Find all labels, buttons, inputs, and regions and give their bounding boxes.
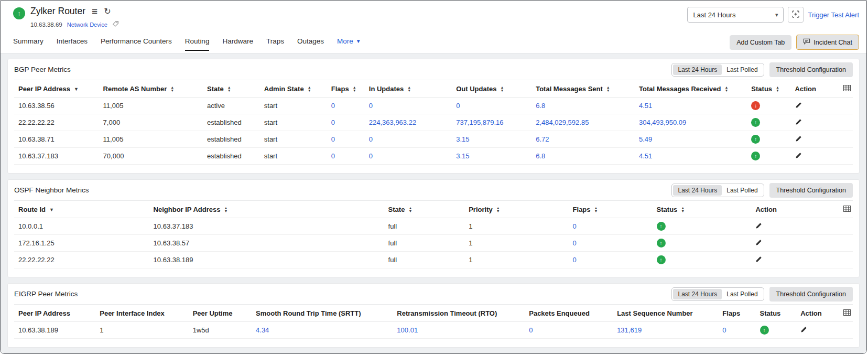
add-custom-tab-button[interactable]: Add Custom Tab bbox=[730, 35, 791, 50]
column-header[interactable]: Admin State▲▼ bbox=[260, 80, 327, 98]
action-cell[interactable] bbox=[751, 235, 832, 252]
sort-icon[interactable]: ▲▼ bbox=[606, 86, 610, 92]
toggle-last-polled[interactable]: Last Polled bbox=[722, 185, 762, 196]
column-header[interactable]: Action bbox=[791, 80, 833, 98]
column-header[interactable]: Peer IP Address▼ bbox=[14, 80, 99, 98]
metric-value-link[interactable]: 6.8 bbox=[531, 98, 635, 114]
sort-desc-icon[interactable]: ▼ bbox=[74, 87, 79, 92]
incident-chat-button[interactable]: Incident Chat bbox=[796, 35, 859, 50]
sort-icon[interactable]: ▲▼ bbox=[224, 207, 227, 213]
sort-icon[interactable]: ▲▼ bbox=[496, 207, 500, 213]
tag-icon[interactable] bbox=[112, 20, 119, 29]
metric-value-link[interactable]: 0 bbox=[569, 218, 653, 235]
column-chooser-icon[interactable] bbox=[833, 80, 853, 98]
column-header[interactable]: Status▲▼ bbox=[747, 80, 790, 98]
hamburger-menu-icon[interactable]: ≡ bbox=[92, 6, 97, 16]
edit-icon[interactable] bbox=[800, 326, 807, 333]
column-header[interactable]: Last Sequence Number bbox=[613, 305, 718, 322]
column-header[interactable]: Status▲▼ bbox=[653, 201, 752, 218]
column-header[interactable]: Retransmission Timeout (RTO) bbox=[393, 305, 525, 322]
column-header[interactable]: Total Messages Sent▲▼ bbox=[531, 80, 635, 98]
metric-value-link[interactable]: 4.51 bbox=[635, 148, 747, 165]
metric-value-link[interactable]: 0 bbox=[327, 98, 365, 114]
metric-value-link[interactable]: 100.01 bbox=[393, 322, 525, 339]
refresh-icon[interactable]: ↻ bbox=[104, 7, 111, 16]
metric-value-link[interactable]: 0 bbox=[718, 322, 755, 339]
metric-value-link[interactable]: 0 bbox=[525, 322, 613, 339]
metric-value-link[interactable]: 0 bbox=[327, 148, 365, 165]
tab-hardware[interactable]: Hardware bbox=[222, 37, 253, 51]
column-header[interactable]: Action bbox=[751, 201, 832, 218]
metric-value-link[interactable]: 0 bbox=[327, 114, 365, 131]
column-header[interactable]: Packets Enqueued bbox=[525, 305, 613, 322]
action-cell[interactable] bbox=[751, 252, 832, 268]
action-cell[interactable] bbox=[751, 218, 832, 235]
metric-value-link[interactable]: 4.34 bbox=[252, 322, 393, 339]
threshold-configuration-button[interactable]: Threshold Configuration bbox=[769, 183, 853, 198]
edit-icon[interactable] bbox=[795, 152, 802, 159]
tab-interfaces[interactable]: Interfaces bbox=[57, 37, 88, 51]
toggle-last-24-hours[interactable]: Last 24 Hours bbox=[673, 185, 722, 196]
column-header[interactable]: Route Id▼ bbox=[14, 201, 149, 218]
sort-icon[interactable]: ▲▼ bbox=[227, 86, 231, 92]
capture-test-button[interactable] bbox=[788, 7, 804, 23]
edit-icon[interactable] bbox=[755, 222, 762, 229]
sort-icon[interactable]: ▲▼ bbox=[408, 207, 412, 213]
sort-icon[interactable]: ▲▼ bbox=[776, 86, 779, 92]
edit-icon[interactable] bbox=[755, 256, 762, 263]
time-range-select[interactable]: Last 24 Hours ▾ bbox=[687, 7, 784, 23]
column-header[interactable]: State▲▼ bbox=[203, 80, 260, 98]
column-header[interactable]: Peer Interface Index bbox=[95, 305, 188, 322]
column-header[interactable]: Flaps▲▼ bbox=[327, 80, 365, 98]
sort-icon[interactable]: ▲▼ bbox=[308, 86, 311, 92]
metric-value-link[interactable]: 3.15 bbox=[452, 148, 531, 165]
column-header[interactable]: Peer IP Address bbox=[14, 305, 95, 322]
metric-value-link[interactable]: 0 bbox=[327, 131, 365, 148]
action-cell[interactable] bbox=[791, 148, 833, 165]
column-header[interactable]: Status bbox=[756, 305, 797, 322]
tab-more[interactable]: More ▼ bbox=[337, 37, 361, 51]
column-header[interactable]: Smooth Round Trip Time (SRTT) bbox=[252, 305, 393, 322]
toggle-last-polled[interactable]: Last Polled bbox=[722, 289, 762, 299]
column-header[interactable]: Remote AS Number▲▼ bbox=[99, 80, 203, 98]
column-header[interactable]: Action bbox=[796, 305, 832, 322]
metric-value-link[interactable]: 0 bbox=[365, 148, 452, 165]
sort-icon[interactable]: ▲▼ bbox=[681, 207, 685, 213]
column-header[interactable]: Neighbor IP Address▲▼ bbox=[149, 201, 384, 218]
action-cell[interactable] bbox=[791, 98, 833, 114]
threshold-configuration-button[interactable]: Threshold Configuration bbox=[769, 287, 853, 302]
sort-icon[interactable]: ▲▼ bbox=[407, 86, 411, 92]
edit-icon[interactable] bbox=[795, 119, 802, 125]
column-header[interactable]: Total Messages Received▲▼ bbox=[635, 80, 747, 98]
edit-icon[interactable] bbox=[755, 239, 762, 246]
metric-value-link[interactable]: 0 bbox=[569, 252, 653, 268]
metric-value-link[interactable]: 0 bbox=[365, 131, 452, 148]
column-header[interactable]: Peer Uptime bbox=[189, 305, 252, 322]
metric-value-link[interactable]: 304,493,950.09 bbox=[635, 114, 747, 131]
sort-icon[interactable]: ▲▼ bbox=[170, 86, 174, 92]
trigger-test-alert-link[interactable]: Trigger Test Alert bbox=[808, 11, 859, 19]
sort-icon[interactable]: ▲▼ bbox=[594, 207, 598, 213]
column-header[interactable]: Out Updates▲▼ bbox=[452, 80, 531, 98]
metric-value-link[interactable]: 2,484,029,592.85 bbox=[531, 114, 635, 131]
metric-value-link[interactable]: 3.15 bbox=[452, 131, 531, 148]
metric-value-link[interactable]: 131,619 bbox=[613, 322, 718, 339]
threshold-configuration-button[interactable]: Threshold Configuration bbox=[769, 62, 853, 77]
action-cell[interactable] bbox=[796, 322, 832, 339]
tab-outages[interactable]: Outages bbox=[297, 37, 324, 51]
sort-icon[interactable]: ▲▼ bbox=[353, 86, 356, 92]
sort-icon[interactable]: ▲▼ bbox=[500, 86, 504, 92]
column-header[interactable]: State▲▼ bbox=[384, 201, 465, 218]
toggle-last-24-hours[interactable]: Last 24 Hours bbox=[673, 64, 722, 75]
metric-value-link[interactable]: 6.72 bbox=[531, 131, 635, 148]
column-header[interactable]: Flaps▲▼ bbox=[569, 201, 653, 218]
device-type-link[interactable]: Network Device bbox=[67, 21, 107, 28]
column-header[interactable]: In Updates▲▼ bbox=[365, 80, 452, 98]
edit-icon[interactable] bbox=[795, 135, 802, 142]
sort-desc-icon[interactable]: ▼ bbox=[49, 207, 54, 212]
toggle-last-polled[interactable]: Last Polled bbox=[722, 64, 762, 75]
metric-value-link[interactable]: 0 bbox=[365, 98, 452, 114]
tab-traps[interactable]: Traps bbox=[266, 37, 284, 51]
sort-icon[interactable]: ▲▼ bbox=[725, 86, 729, 92]
tab-performance-counters[interactable]: Performance Counters bbox=[101, 37, 172, 51]
